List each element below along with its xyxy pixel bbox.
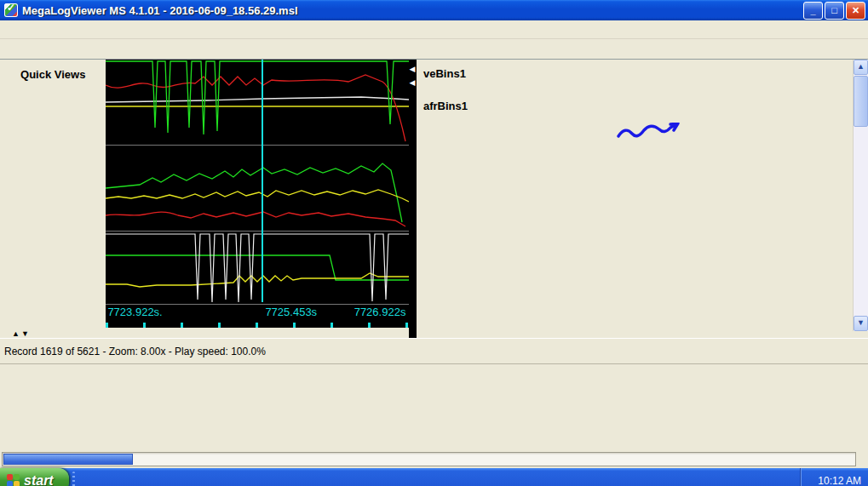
time-axis-ticks <box>106 323 409 328</box>
menu-bar <box>0 20 868 39</box>
tuning-scrollbar[interactable]: ▲ ▼ <box>853 60 868 331</box>
cursor-scribble <box>613 123 698 145</box>
graph-2-plot <box>106 146 409 231</box>
graph-3-plot <box>106 232 409 304</box>
time-label-center: 7725.453s <box>265 306 317 318</box>
collapse-left-icon[interactable]: ◀ <box>409 65 415 73</box>
afr-table-title: afrBins1 <box>419 100 849 112</box>
collapse-left-icon[interactable]: ◀ <box>409 78 415 87</box>
time-axis: 7723.922s. 7725.453s 7726.922s <box>106 305 409 328</box>
maximize-button[interactable]: □ <box>825 2 844 20</box>
quick-views-title: Quick Views <box>0 68 106 81</box>
window-title: MegaLogViewer MS 4.1.01 - 2016-06-09_18.… <box>22 4 802 17</box>
playback-cursor-line[interactable] <box>262 60 263 302</box>
quick-views-sidebar: Quick Views ▲▼ <box>0 60 106 338</box>
status-bar: Record 1619 of 5621 - Zoom: 8.00x - Play… <box>0 338 868 363</box>
ve-table-title: veBins1 <box>419 67 849 80</box>
time-label-right: 7726.922s <box>354 306 406 318</box>
windows-taskbar: start 10:12 AM <box>0 468 868 486</box>
system-tray: 10:12 AM <box>801 468 868 486</box>
close-button[interactable]: ✕ <box>846 2 865 20</box>
graph-3[interactable] <box>106 232 409 305</box>
tab-bar <box>0 39 868 60</box>
graph-1-plot <box>106 60 409 145</box>
minimize-button[interactable]: _ <box>803 2 823 20</box>
graph-panel: 7723.922s. 7725.453s 7726.922s <box>106 60 409 338</box>
start-button-label: start <box>24 473 54 486</box>
record-status-text: Record 1619 of 5621 - Zoom: 8.00x - Play… <box>0 346 859 357</box>
scrollbar-thumb[interactable] <box>854 76 868 127</box>
log-position-scrollbar[interactable] <box>2 452 856 466</box>
title-bar: MegaLogViewer MS 4.1.01 - 2016-06-09_18.… <box>0 0 868 20</box>
live-data-grid <box>0 363 868 449</box>
clock[interactable]: 10:12 AM <box>814 475 861 486</box>
tuning-panel: veBins1 afrBins1 ▲ ▼ <box>417 60 868 338</box>
megalogviewer-window: MegaLogViewer MS 4.1.01 - 2016-06-09_18.… <box>0 0 868 486</box>
main-area: Quick Views ▲▼ <box>0 60 868 338</box>
sidebar-scroll-arrows[interactable]: ▲▼ <box>12 329 31 338</box>
log-position-thumb[interactable] <box>3 454 133 465</box>
app-icon <box>4 3 18 17</box>
scroll-up-icon[interactable]: ▲ <box>854 60 868 75</box>
graph-2[interactable] <box>106 146 409 232</box>
windows-flag-icon <box>7 474 20 486</box>
quick-launch-divider <box>72 472 75 486</box>
playback-bar <box>0 449 868 468</box>
start-button[interactable]: start <box>0 468 69 486</box>
time-label-left: 7723.922s. <box>107 306 162 318</box>
graph-1[interactable] <box>106 60 409 146</box>
scroll-down-icon[interactable]: ▼ <box>854 316 868 331</box>
panel-splitter[interactable]: ◀ ◀ <box>409 60 417 338</box>
